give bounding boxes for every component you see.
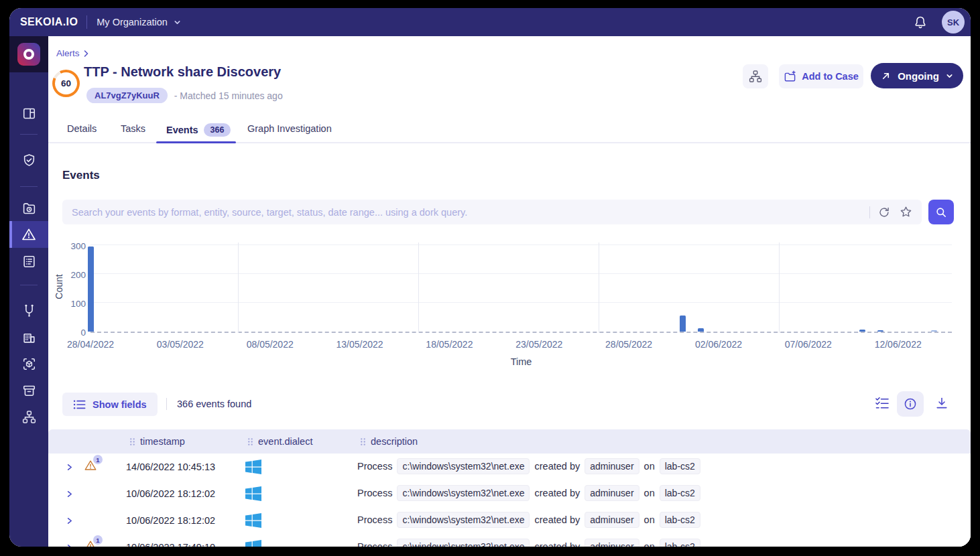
windows-logo-icon — [245, 486, 261, 501]
user-chip[interactable]: adminuser — [585, 539, 639, 547]
process-path-chip[interactable]: c:\windows\system32\net.exe — [397, 512, 530, 528]
user-chip[interactable]: adminuser — [585, 512, 639, 528]
expand-row-icon[interactable] — [66, 543, 73, 547]
tab-tasks[interactable]: Tasks — [121, 123, 145, 134]
download-icon[interactable] — [935, 397, 948, 410]
organization-name: My Organization — [97, 17, 168, 27]
process-path-chip[interactable]: c:\windows\system32\net.exe — [397, 458, 530, 474]
favorite-star-icon[interactable] — [900, 206, 912, 218]
expand-row-icon[interactable] — [66, 463, 73, 472]
chart-bar[interactable] — [680, 316, 686, 332]
x-tick-label: 02/06/2022 — [695, 339, 742, 350]
y-tick-label: 0 — [80, 328, 86, 338]
chart-bar[interactable] — [88, 247, 94, 332]
alert-score-value: 60 — [61, 78, 71, 88]
sidebar-divider — [20, 186, 38, 187]
column-header-event-dialect[interactable]: event.dialect — [247, 429, 312, 454]
process-path-chip[interactable]: c:\windows\system32\net.exe — [397, 539, 530, 547]
cell-timestamp: 10/06/2022 18:12:02 — [126, 515, 215, 526]
page-title: TTP - Network share Discovery — [84, 64, 281, 80]
process-path-chip[interactable]: c:\windows\system32\net.exe — [397, 485, 530, 501]
expand-row-icon[interactable] — [66, 490, 73, 498]
h-gridline — [90, 302, 952, 303]
windows-logo-icon — [245, 460, 261, 474]
search-divider — [869, 206, 870, 218]
warning-count-badge: 1 — [93, 535, 103, 545]
chevron-down-icon — [946, 72, 953, 80]
select-columns-icon[interactable] — [875, 397, 890, 410]
drag-handle-icon[interactable] — [360, 437, 366, 446]
refresh-icon[interactable] — [878, 206, 890, 218]
warning-indicator[interactable]: 1 — [84, 460, 97, 471]
brand-logo[interactable]: SEKOIA.IO — [20, 16, 78, 28]
sidebar-item-company[interactable] — [9, 324, 48, 350]
sidebar-item-playbooks[interactable] — [9, 297, 48, 324]
sidebar-item-sandbox[interactable] — [9, 350, 48, 377]
sidebar-nav — [9, 36, 48, 547]
chart-bar[interactable] — [859, 330, 865, 332]
sidebar-item-communities[interactable] — [9, 403, 48, 430]
sidebar-item-intelligence[interactable] — [9, 195, 48, 222]
chart-bar[interactable] — [931, 330, 937, 332]
active-tab-underline — [156, 141, 236, 143]
search-button[interactable] — [928, 200, 954, 224]
cell-timestamp: 14/06/2022 10:45:13 — [126, 462, 215, 472]
drag-handle-icon[interactable] — [129, 437, 135, 446]
sandbox-cube-scan-icon — [22, 357, 36, 371]
breadcrumb[interactable]: Alerts — [56, 48, 89, 58]
host-chip[interactable]: lab-cs2 — [660, 458, 700, 474]
y-tick-label: 300 — [70, 241, 86, 251]
v-gridline — [238, 242, 239, 333]
tab-graph-investigation[interactable]: Graph Investigation — [247, 123, 332, 134]
host-chip[interactable]: lab-cs2 — [660, 539, 700, 547]
sidebar-item-dashboard[interactable] — [9, 100, 48, 127]
h-gridline — [90, 245, 952, 245]
chart-y-ticks: 0100200300 — [48, 244, 86, 333]
sekoia-app-icon — [17, 43, 40, 66]
host-chip[interactable]: lab-cs2 — [660, 485, 700, 501]
user-chip[interactable]: adminuser — [585, 485, 639, 501]
tab-events[interactable]: Events 366 — [166, 123, 231, 137]
archive-box-icon — [22, 384, 36, 398]
chart-bar[interactable] — [877, 330, 883, 332]
graph-investigation-button[interactable] — [743, 64, 768, 88]
alert-short-id-badge[interactable]: AL7vgZ7yKuuR — [86, 88, 168, 103]
host-chip[interactable]: lab-cs2 — [660, 512, 700, 528]
sidebar-item-alerts[interactable] — [9, 221, 48, 248]
table-row[interactable]: 10/06/2022 18:12:02 Process c:\windows\s… — [48, 507, 971, 534]
sidebar-item-protect[interactable] — [9, 147, 48, 173]
y-tick-label: 100 — [70, 299, 86, 309]
x-tick-label: 12/06/2022 — [875, 339, 922, 350]
table-row[interactable]: 1 10/06/2022 17:49:10 Process c:\windows… — [48, 534, 971, 547]
x-tick-label: 03/05/2022 — [157, 339, 204, 350]
events-search-bar — [62, 200, 922, 224]
search-input[interactable] — [62, 207, 869, 218]
status-dropdown-button[interactable]: Ongoing — [871, 63, 963, 88]
table-row[interactable]: 1 14/06/2022 10:45:13 Process c:\windows… — [48, 454, 971, 480]
list-icon — [73, 399, 86, 410]
show-fields-button[interactable]: Show fields — [62, 393, 158, 416]
chart-bar[interactable] — [698, 328, 704, 332]
x-tick-label: 07/06/2022 — [785, 339, 832, 350]
column-header-description[interactable]: description — [360, 429, 418, 454]
breadcrumb-alerts-link[interactable]: Alerts — [56, 48, 80, 58]
notifications-bell-icon[interactable] — [914, 15, 927, 29]
warning-indicator[interactable]: 1 — [84, 540, 97, 547]
user-avatar[interactable]: SK — [942, 11, 965, 33]
table-row[interactable]: 10/06/2022 18:12:02 Process c:\windows\s… — [48, 480, 971, 507]
drag-handle-icon[interactable] — [247, 437, 253, 446]
user-chip[interactable]: adminuser — [585, 458, 639, 474]
sidebar-item-archive[interactable] — [9, 377, 48, 404]
sidebar-logo-block[interactable] — [9, 36, 48, 72]
organization-switcher[interactable]: My Organization — [97, 17, 181, 27]
intelligence-folder-icon — [22, 202, 36, 216]
expand-row-icon[interactable] — [66, 516, 73, 525]
add-to-case-button[interactable]: Add to Case — [779, 64, 863, 88]
info-toggle-button[interactable] — [897, 391, 924, 417]
tab-details[interactable]: Details — [67, 123, 97, 134]
sidebar-item-cases[interactable] — [9, 248, 48, 275]
status-label: Ongoing — [898, 70, 939, 82]
column-header-timestamp[interactable]: timestamp — [129, 429, 185, 454]
cases-document-icon — [22, 255, 36, 269]
top-bar: SEKOIA.IO My Organization SK — [9, 8, 971, 36]
